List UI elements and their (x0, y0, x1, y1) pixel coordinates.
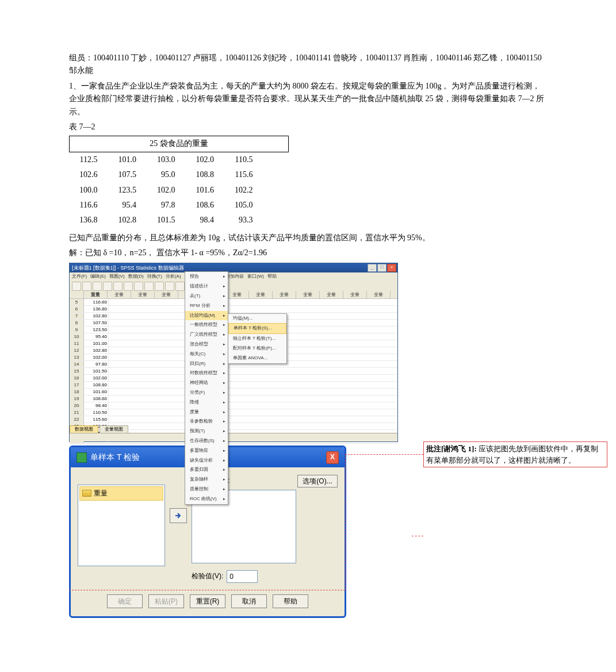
dropdown-item[interactable]: 回归(R) (185, 359, 228, 369)
row-header[interactable]: 14 (70, 361, 84, 367)
dropdown-item[interactable]: 降维 (185, 398, 228, 408)
row-header[interactable]: 22 (70, 416, 84, 423)
minimize-icon[interactable]: _ (368, 264, 377, 272)
dropdown-item[interactable]: RFM 分析 (185, 301, 228, 311)
data-cell[interactable]: 108.80 (84, 382, 109, 388)
row-header[interactable]: 18 (70, 389, 84, 395)
dropdown-item[interactable]: 比较均值(M)均值(M)...单样本 T 检验(S)...独立样本 T 检验(T… (185, 311, 228, 321)
data-cell[interactable]: 102.00 (84, 375, 109, 381)
help-button[interactable]: 帮助 (273, 594, 308, 608)
dropdown-item[interactable]: 表(T) (185, 291, 228, 301)
dropdown-item[interactable]: 对数线性模型 (185, 368, 228, 378)
dropdown-item[interactable]: 分类(F) (185, 388, 228, 398)
dropdown-item[interactable]: 报告 (185, 272, 228, 282)
row-header[interactable]: 10 (70, 333, 84, 340)
toolbar-icon[interactable] (155, 282, 164, 291)
list-item[interactable]: 重量 (79, 486, 163, 501)
row-header[interactable]: 15 (70, 368, 84, 374)
dropdown-item[interactable]: 混合模型 (185, 340, 228, 350)
row-header[interactable]: 20 (70, 402, 84, 409)
close-icon[interactable]: X (326, 451, 339, 464)
column-header[interactable]: 变量 (273, 291, 296, 298)
data-cell[interactable]: 115.60 (84, 416, 109, 423)
toolbar-icon[interactable] (165, 282, 174, 291)
data-cell[interactable]: 102.80 (84, 313, 109, 319)
row-header[interactable]: 19 (70, 395, 84, 402)
column-header[interactable]: 变量 (155, 291, 178, 298)
testval-input[interactable] (227, 570, 258, 583)
column-header-var[interactable]: 重量 (84, 291, 108, 298)
data-cell[interactable]: 107.50 (84, 320, 109, 326)
data-cell[interactable]: 108.60 (84, 395, 109, 402)
column-header[interactable]: 变量 (367, 291, 391, 298)
row-header[interactable]: 9 (70, 327, 84, 333)
menu-item[interactable]: 文件(F) (72, 273, 87, 281)
dropdown-item[interactable]: 多重响应 (185, 446, 228, 456)
dropdown-item[interactable]: 质量控制 (185, 485, 228, 494)
dropdown-item[interactable]: 预测(T) (185, 427, 228, 436)
data-cell[interactable]: 95.40 (84, 333, 109, 340)
ok-button[interactable]: 确定 (107, 594, 143, 608)
menu-item[interactable]: 分析(A) (166, 273, 181, 281)
dropdown-item[interactable]: 描述统计 (185, 282, 228, 291)
data-cell[interactable]: 110.50 (84, 409, 109, 416)
data-cell[interactable]: 98.40 (84, 402, 109, 409)
toolbar-icon[interactable] (134, 282, 143, 291)
toolbar-icon[interactable] (175, 282, 185, 291)
submenu-item[interactable]: 配对样本 T 检验(P)... (228, 344, 286, 354)
data-cell[interactable]: 136.80 (84, 306, 109, 312)
toolbar-icon[interactable] (103, 282, 112, 291)
toolbar-icon[interactable] (113, 282, 123, 291)
column-header[interactable]: 变量 (320, 291, 343, 298)
menu-item[interactable]: 视图(V) (109, 273, 125, 281)
maximize-icon[interactable]: □ (377, 264, 387, 272)
toolbar-icon[interactable] (93, 282, 102, 291)
data-cell[interactable]: 102.00 (84, 354, 109, 360)
row-header[interactable]: 16 (70, 375, 84, 381)
spss-toolbar[interactable] (70, 282, 397, 291)
row-header[interactable]: 17 (70, 382, 84, 388)
menu-item[interactable]: 数据(D) (128, 273, 144, 281)
tab-data-view[interactable]: 数据视图 (70, 425, 98, 433)
reset-button[interactable]: 重置(R) (190, 594, 225, 608)
paste-button[interactable]: 粘贴(P) (148, 594, 184, 608)
menu-item[interactable]: 转换(T) (147, 273, 162, 281)
dropdown-item[interactable]: 神经网络 (185, 378, 228, 388)
data-cell[interactable]: 101.00 (84, 340, 109, 347)
row-header[interactable]: 6 (70, 306, 84, 312)
move-right-button[interactable] (170, 508, 187, 523)
column-header[interactable]: 变量 (108, 291, 131, 298)
submenu-item[interactable]: 独立样本 T 检验(T)... (228, 334, 286, 344)
column-header[interactable]: 变量 (131, 291, 155, 298)
row-header[interactable]: 8 (70, 320, 84, 326)
row-header[interactable]: 12 (70, 347, 84, 354)
data-cell[interactable]: 101.60 (84, 389, 109, 395)
submenu-item[interactable]: 单因素 ANOVA... (228, 354, 286, 363)
data-cell[interactable]: 116.60 (84, 299, 109, 305)
cancel-button[interactable]: 取消 (231, 594, 267, 608)
menu-item[interactable]: 帮助 (267, 273, 277, 281)
dropdown-item[interactable]: 相关(C) (185, 350, 228, 359)
analyze-menu-dropdown[interactable]: 报告描述统计表(T)RFM 分析比较均值(M)均值(M)...单样本 T 检验(… (185, 271, 228, 504)
row-header[interactable]: 7 (70, 313, 84, 319)
dropdown-item[interactable]: ROC 曲线(V) (185, 494, 228, 504)
dropdown-item[interactable]: 复杂抽样 (185, 475, 228, 485)
dropdown-item[interactable]: 广义线性模型 (185, 330, 228, 340)
toolbar-icon[interactable] (124, 282, 133, 291)
column-header[interactable]: 变量 (249, 291, 273, 298)
menu-item[interactable]: 窗口(W) (247, 273, 264, 281)
data-cell[interactable]: 101.50 (84, 368, 109, 374)
row-header[interactable]: 21 (70, 409, 84, 416)
toolbar-icon[interactable] (72, 282, 81, 291)
row-header[interactable]: 11 (70, 340, 84, 347)
toolbar-icon[interactable] (144, 282, 154, 291)
variables-listbox[interactable]: 重量 (78, 485, 165, 566)
row-header[interactable]: 13 (70, 354, 84, 360)
submenu-item[interactable]: 单样本 T 检验(S)... (228, 323, 286, 334)
dropdown-item[interactable]: 多重归因 (185, 465, 228, 475)
toolbar-icon[interactable] (82, 282, 91, 291)
row-header[interactable]: 5 (70, 299, 84, 305)
column-header[interactable]: 变量 (225, 291, 249, 298)
dropdown-item[interactable]: 非参数检验 (185, 417, 228, 427)
column-header[interactable]: 变量 (343, 291, 367, 298)
